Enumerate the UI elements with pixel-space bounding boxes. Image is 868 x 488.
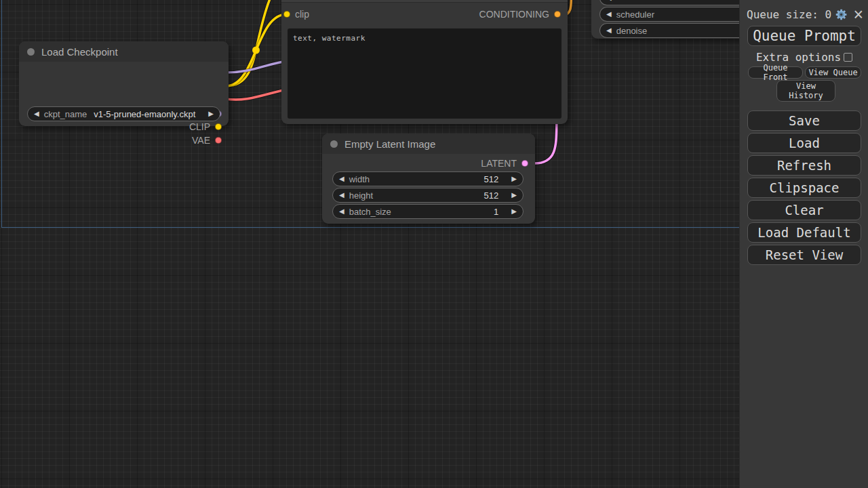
reset-view-button[interactable]: Reset View [747,245,861,265]
height-widget[interactable]: ◀ height 512 ▶ [332,188,524,203]
node-title-bar[interactable]: Load Checkpoint [19,41,229,62]
widget-value: 1 [494,207,498,217]
node-load-checkpoint[interactable]: Load Checkpoint MODEL CLIP VAE ◀ ckpt_na… [19,41,229,126]
output-slot-vae[interactable]: VAE [18,134,222,146]
node-title-bar[interactable]: Empty Latent Image [322,134,535,154]
output-slot-latent[interactable]: LATENT [321,157,528,169]
widget-name: scheduler [616,9,654,20]
decrement-arrow-icon[interactable]: ◀ [606,11,612,18]
slot-label: CONDITIONING [479,9,549,20]
widget-name: batch_size [349,207,391,217]
queue-front-button[interactable]: Queue Front [748,66,803,79]
queue-size-label: Queue size: 0 [747,8,831,21]
load-default-button[interactable]: Load Default [747,222,861,243]
widget-name: height [349,190,373,201]
decrement-arrow-icon[interactable]: ◀ [606,0,612,1]
output-slot-conditioning[interactable]: CONDITIONING [357,8,561,20]
increment-arrow-icon[interactable]: ▶ [511,176,517,182]
queue-prompt-button[interactable]: Queue Prompt [747,26,861,46]
node-title: Load Checkpoint [41,46,118,58]
vae-slot-dot[interactable] [215,137,222,144]
slot-label: clip [295,9,309,20]
decrement-arrow-icon[interactable]: ◀ [339,208,344,215]
clear-button[interactable]: Clear [747,200,861,220]
extra-options-label: Extra options [756,51,841,64]
prompt-textarea[interactable]: text, watermark [288,28,561,119]
batch-size-widget[interactable]: ◀ batch_size 1 ▶ [332,204,524,219]
node-empty-latent-image[interactable]: Empty Latent Image LATENT ◀ width 512 ▶ … [322,134,535,224]
wire-clip-to-encode [226,14,287,86]
wire-latent [534,118,557,163]
conditioning-slot-dot[interactable] [554,11,561,18]
increment-arrow-icon[interactable]: ▶ [511,192,517,199]
increment-arrow-icon[interactable]: ▶ [208,110,214,117]
slot-label: LATENT [481,158,517,169]
node-title-bar[interactable] [281,0,568,3]
comfy-menu-panel: Queue size: 0 × Queue Prompt Extra optio… [739,0,868,488]
refresh-button[interactable]: Refresh [747,155,861,176]
clip-slot-dot[interactable] [215,123,222,130]
decrement-arrow-icon[interactable]: ◀ [34,110,39,117]
load-button[interactable]: Load [747,133,861,153]
widget-value: 512 [484,174,499,184]
collapse-dot-icon[interactable] [330,140,338,148]
node-title: Empty Latent Image [344,138,435,150]
graph-canvas[interactable]: Load Checkpoint MODEL CLIP VAE ◀ ckpt_na… [0,0,868,488]
clip-input-dot[interactable] [283,11,290,18]
width-widget[interactable]: ◀ width 512 ▶ [332,171,524,186]
widget-name: ckpt_name [44,109,87,119]
decrement-arrow-icon[interactable]: ◀ [339,192,344,199]
increment-arrow-icon[interactable]: ▶ [511,208,517,215]
decrement-arrow-icon[interactable]: ◀ [606,27,612,34]
clipspace-button[interactable]: Clipspace [747,178,861,198]
save-button[interactable]: Save [747,110,861,131]
node-clip-text-encode[interactable]: clip CONDITIONING text, watermark [281,0,568,124]
slot-label: VAE [192,135,210,146]
view-queue-button[interactable]: View Queue [805,66,861,79]
close-icon[interactable]: × [853,8,863,20]
extra-options-checkbox[interactable] [844,53,852,62]
settings-gear-icon[interactable] [835,7,847,22]
widget-value: 512 [484,190,499,201]
widget-name: width [349,174,370,184]
slot-label: CLIP [189,121,210,132]
output-slot-clip[interactable]: CLIP [18,121,222,133]
collapse-dot-icon[interactable] [27,48,35,56]
ckpt-name-widget[interactable]: ◀ ckpt_name v1-5-pruned-emaonly.ckpt ▶ [27,106,220,121]
widget-value: v1-5-pruned-emaonly.ckpt [94,109,195,119]
latent-slot-dot[interactable] [521,160,528,167]
widget-name: denoise [616,26,648,36]
link-midpoint-dot[interactable] [252,47,260,54]
view-history-button[interactable]: View History [776,80,835,102]
decrement-arrow-icon[interactable]: ◀ [339,176,344,182]
input-slot-clip[interactable]: clip [283,8,309,20]
